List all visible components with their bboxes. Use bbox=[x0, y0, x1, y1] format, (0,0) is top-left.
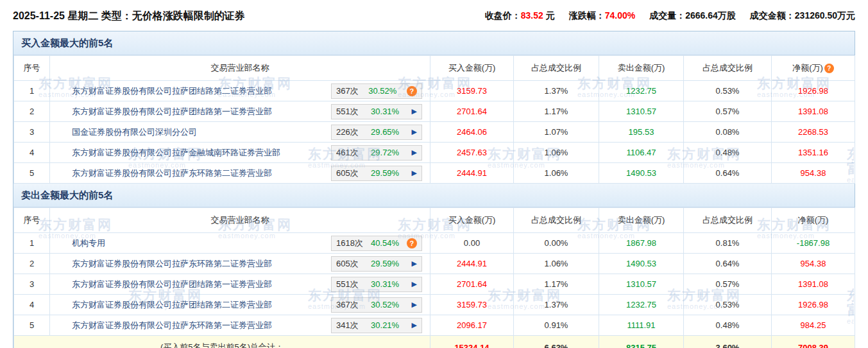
expand-arrow-icon[interactable] bbox=[412, 148, 417, 157]
buy-amount: 2444.91 bbox=[430, 163, 514, 184]
buy-ratio: 1.17% bbox=[514, 274, 599, 295]
close-price-value: 83.52 bbox=[521, 10, 543, 21]
sell-section-header: 卖出金额最大的前5名 bbox=[13, 184, 855, 207]
close-price-label: 收盘价： bbox=[485, 10, 521, 21]
branch-cell: 国金证券股份有限公司深圳分公司 226次29.65% bbox=[50, 122, 430, 143]
visits-count: 367次 bbox=[336, 85, 359, 97]
expand-arrow-icon[interactable] bbox=[412, 128, 417, 136]
branch-name-link[interactable]: 机构专用 bbox=[72, 238, 105, 248]
table-row: 3 国金证券股份有限公司深圳分公司 226次29.65% 2464.06 1.0… bbox=[14, 122, 855, 143]
total-net-amount: 7008.39 bbox=[772, 336, 855, 348]
buy-ratio: 0.91% bbox=[514, 315, 599, 336]
col-branch-name: 交易营业部名称 bbox=[50, 208, 430, 233]
total-sell-ratio: 3.60% bbox=[684, 336, 772, 348]
total-sell-amount: 8315.75 bbox=[599, 336, 684, 348]
visits-count: 1618次 bbox=[336, 238, 363, 249]
visits-badge[interactable]: 461次29.72% bbox=[331, 145, 422, 161]
visits-badge[interactable]: 226次29.65% bbox=[331, 125, 422, 140]
sell-amount: 1232.75 bbox=[599, 81, 684, 101]
expand-arrow-icon[interactable] bbox=[412, 321, 417, 329]
branch-name-link[interactable]: 东方财富证券股份有限公司拉萨东环路第二证券营业部 bbox=[72, 259, 272, 268]
sell-amount: 1867.98 bbox=[599, 233, 684, 254]
buy-amount: 2457.63 bbox=[430, 143, 514, 163]
amount-label: 成交金额： bbox=[750, 10, 795, 21]
visits-badge[interactable]: 605次29.59% bbox=[331, 256, 422, 272]
col-sell-amount: 卖出金额(万) bbox=[599, 208, 684, 233]
net-amount: 954.38 bbox=[772, 163, 855, 184]
expand-arrow-icon[interactable] bbox=[412, 300, 417, 309]
win-ratio: 29.72% bbox=[371, 148, 399, 157]
buy-ratio: 1.17% bbox=[514, 101, 599, 122]
col-buy-ratio: 占总成交比例 bbox=[514, 56, 599, 81]
col-net-amount: 净额(万) bbox=[772, 56, 855, 81]
expand-arrow-icon[interactable] bbox=[412, 169, 417, 177]
buy-amount: 2701.64 bbox=[430, 101, 514, 122]
row-seq: 2 bbox=[14, 254, 50, 274]
sell-ratio: 0.53% bbox=[684, 295, 772, 315]
buy-amount: 2444.91 bbox=[430, 254, 514, 274]
visits-badge[interactable]: 367次30.52% bbox=[331, 83, 422, 99]
expand-arrow-icon[interactable] bbox=[412, 259, 417, 268]
visits-badge[interactable]: 1618次40.54% bbox=[331, 236, 422, 251]
change-stat: 涨跌幅：74.00% bbox=[569, 10, 635, 22]
row-seq: 1 bbox=[14, 233, 50, 254]
branch-name-link[interactable]: 东方财富证券股份有限公司拉萨团结路第二证券营业部 bbox=[72, 86, 272, 96]
buy-amount: 2701.64 bbox=[430, 274, 514, 295]
expand-arrow-icon[interactable] bbox=[412, 280, 417, 288]
amount-value: 231260.50万元 bbox=[795, 10, 855, 21]
question-icon[interactable] bbox=[407, 238, 417, 248]
sell-amount: 1232.75 bbox=[599, 295, 684, 315]
col-buy-amount: 买入金额(万) bbox=[430, 208, 514, 233]
col-buy-ratio: 占总成交比例 bbox=[514, 208, 599, 233]
visits-badge[interactable]: 551次30.31% bbox=[331, 277, 422, 292]
branch-name-link[interactable]: 东方财富证券股份有限公司拉萨东环路第一证券营业部 bbox=[72, 320, 272, 330]
net-amount: 984.25 bbox=[772, 315, 855, 336]
visits-count: 605次 bbox=[336, 258, 359, 270]
visits-count: 341次 bbox=[336, 320, 359, 331]
net-amount: 1926.98 bbox=[772, 295, 855, 315]
row-seq: 5 bbox=[14, 315, 50, 336]
branch-name-link[interactable]: 国金证券股份有限公司深圳分公司 bbox=[72, 127, 197, 137]
col-seq: 序号 bbox=[14, 56, 50, 81]
win-ratio: 40.54% bbox=[371, 238, 399, 248]
top-bar: 2025-11-25 星期二 类型：无价格涨跌幅限制的证券 收盘价：83.52 … bbox=[0, 0, 868, 30]
win-ratio: 30.31% bbox=[371, 279, 399, 289]
branch-name-link[interactable]: 东方财富证券股份有限公司拉萨东环路第二证券营业部 bbox=[72, 168, 272, 178]
summary-stats: 收盘价：83.52 元 涨跌幅：74.00% 成交量：2666.64万股 成交金… bbox=[485, 10, 855, 22]
question-icon[interactable] bbox=[407, 86, 417, 96]
row-seq: 3 bbox=[14, 122, 50, 143]
sell-amount: 1490.53 bbox=[599, 254, 684, 274]
sell-ratio: 0.57% bbox=[684, 274, 772, 295]
volume-value: 2666.64万股 bbox=[685, 10, 736, 21]
buy-section-header: 买入金额最大的前5名 bbox=[13, 31, 855, 55]
visits-count: 605次 bbox=[336, 168, 359, 179]
sell-ratio: 0.48% bbox=[684, 143, 772, 163]
expand-arrow-icon[interactable] bbox=[412, 107, 417, 116]
visits-badge[interactable]: 551次30.31% bbox=[331, 104, 422, 119]
visits-badge[interactable]: 341次30.21% bbox=[331, 318, 422, 333]
buy-table: 序号 交易营业部名称 买入金额(万) 占总成交比例 卖出金额(万) 占总成交比例… bbox=[13, 55, 855, 184]
branch-name-link[interactable]: 东方财富证券股份有限公司拉萨金融城南环路证券营业部 bbox=[72, 148, 280, 157]
branch-name-link[interactable]: 东方财富证券股份有限公司拉萨团结路第二证券营业部 bbox=[72, 300, 272, 309]
visits-badge[interactable]: 605次29.59% bbox=[331, 166, 422, 181]
branch-name-link[interactable]: 东方财富证券股份有限公司拉萨团结路第一证券营业部 bbox=[72, 107, 272, 116]
total-label: (买入前5名与卖出前5名)总合计： bbox=[14, 336, 430, 348]
sell-amount: 1310.57 bbox=[599, 101, 684, 122]
table-row: 4 东方财富证券股份有限公司拉萨团结路第二证券营业部 367次30.52% 31… bbox=[14, 295, 855, 315]
buy-ratio: 1.06% bbox=[514, 163, 599, 184]
sell-ratio: 0.48% bbox=[684, 315, 772, 336]
branch-name-link[interactable]: 东方财富证券股份有限公司拉萨团结路第一证券营业部 bbox=[72, 279, 272, 289]
row-seq: 1 bbox=[14, 81, 50, 101]
table-row: 3 东方财富证券股份有限公司拉萨团结路第一证券营业部 551次30.31% 27… bbox=[14, 274, 855, 295]
visits-count: 551次 bbox=[336, 279, 359, 290]
table-row: 5 东方财富证券股份有限公司拉萨东环路第一证券营业部 341次30.21% 20… bbox=[14, 315, 855, 336]
net-help-icon[interactable] bbox=[824, 64, 834, 73]
buy-ratio: 1.06% bbox=[514, 143, 599, 163]
win-ratio: 30.52% bbox=[371, 300, 399, 309]
visits-badge[interactable]: 367次30.52% bbox=[331, 297, 422, 313]
net-amount: -1867.98 bbox=[772, 233, 855, 254]
table-row: 1 东方财富证券股份有限公司拉萨团结路第二证券营业部 367次30.52% 31… bbox=[14, 81, 855, 101]
table-row: 2 东方财富证券股份有限公司拉萨团结路第一证券营业部 551次30.31% 27… bbox=[14, 101, 855, 122]
close-price-stat: 收盘价：83.52 元 bbox=[485, 10, 555, 22]
buy-ratio: 1.37% bbox=[514, 81, 599, 101]
